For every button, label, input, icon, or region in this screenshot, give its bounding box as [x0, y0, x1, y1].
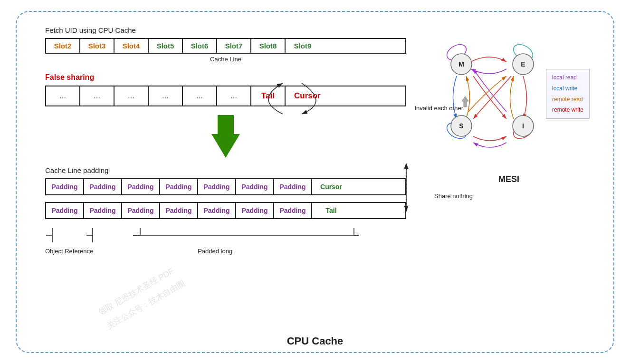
fs-cell-6: ... [217, 86, 251, 105]
slot8-cell: Slot8 [251, 39, 286, 53]
fs-cell-1: ... [46, 86, 80, 105]
pad2-5: Padding [198, 203, 236, 218]
cache-line-row: Slot2 Slot3 Slot4 Slot5 Slot6 Slot7 Slot… [45, 38, 406, 54]
pad2-1: Padding [46, 203, 84, 218]
slot2-cell: Slot2 [46, 39, 80, 53]
watermark-line2: 关注公众号：技术自由圈 [104, 276, 189, 334]
pad2-tail: Tail [312, 203, 350, 218]
fs-cell-5: ... [183, 86, 217, 105]
svg-marker-19 [462, 96, 468, 107]
svg-text:I: I [522, 122, 524, 130]
fs-cell-3: ... [115, 86, 149, 105]
brace-section: Object Reference Padded long [45, 226, 406, 255]
slot6-cell: Slot6 [183, 39, 217, 53]
fetch-uid-label: Fetch UID using CPU Cache [45, 26, 406, 34]
padding-row-1: Padding Padding Padding Padding Padding … [45, 178, 406, 195]
slot4-cell: Slot4 [115, 39, 149, 53]
pad1-6: Padding [236, 179, 274, 194]
slot7-cell: Slot7 [217, 39, 251, 53]
mesi-legend: local read local write remote read remot… [546, 69, 590, 119]
pad2-2: Padding [84, 203, 122, 218]
pad1-7: Padding [274, 179, 312, 194]
left-section: Fetch UID using CPU Cache Slot2 Slot3 Sl… [45, 26, 406, 255]
invalid-arrow-svg [278, 81, 363, 124]
slot3-cell: Slot3 [80, 39, 115, 53]
pad2-3: Padding [122, 203, 160, 218]
legend-local-read: local read [552, 72, 583, 83]
slot5-cell: Slot5 [149, 39, 183, 53]
cache-line-label: Cache Line [45, 56, 406, 63]
pad1-5: Padding [198, 179, 236, 194]
brace-svg [45, 226, 359, 245]
legend-remote-write: remote write [552, 105, 583, 115]
right-section: M E S I [423, 26, 594, 184]
pad1-1: Padding [46, 179, 84, 194]
padding-row-2: Padding Padding Padding Padding Padding … [45, 202, 406, 219]
pad1-cursor: Cursor [312, 179, 350, 194]
watermark-line1: 领取 尼恩技术圣经 PDF [95, 262, 181, 320]
svg-text:M: M [458, 60, 464, 68]
padded-long-label: Padded long [198, 248, 232, 255]
legend-remote-read: remote read [552, 94, 583, 105]
svg-text:E: E [521, 60, 525, 68]
pad2-6: Padding [236, 203, 274, 218]
fs-cell-4: ... [149, 86, 183, 105]
mesi-diagram-svg: M E S I [423, 26, 556, 169]
pad2-4: Padding [160, 203, 198, 218]
share-nothing-label: Share nothing [434, 192, 473, 200]
obj-ref-label: Object Reference [45, 248, 93, 255]
pad1-4: Padding [160, 179, 198, 194]
fs-cell-2: ... [80, 86, 115, 105]
cpu-cache-label: CPU Cache [287, 335, 344, 347]
padding-section-label: Cache Line padding [45, 166, 406, 174]
share-nothing-svg [392, 164, 420, 221]
legend-local-write: local write [552, 83, 583, 94]
mesi-label: MESI [423, 174, 594, 184]
pad1-3: Padding [122, 179, 160, 194]
watermark: 领取 尼恩技术圣经 PDF 关注公众号：技术自由圈 [95, 262, 189, 334]
pad1-2: Padding [84, 179, 122, 194]
outer-container: CPU Cache Fetch UID using CPU Cache Slot… [16, 11, 614, 353]
svg-text:S: S [459, 122, 463, 130]
slot9-cell: Slot9 [286, 39, 320, 53]
pad2-7: Padding [274, 203, 312, 218]
